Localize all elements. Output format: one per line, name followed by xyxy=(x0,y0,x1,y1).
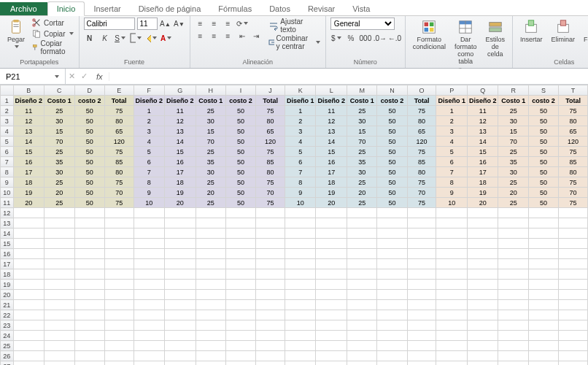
cell[interactable] xyxy=(498,218,528,228)
cell[interactable] xyxy=(528,259,558,269)
cell[interactable]: 85 xyxy=(559,157,588,167)
tab-review[interactable]: Revisar xyxy=(299,2,344,15)
cell[interactable] xyxy=(285,320,316,331)
cell[interactable]: 15 xyxy=(316,147,347,157)
cell[interactable] xyxy=(104,361,134,366)
cell[interactable] xyxy=(285,218,316,228)
cell[interactable]: Diseño 2 xyxy=(165,96,196,106)
cell[interactable]: 19 xyxy=(316,188,347,198)
row-header[interactable]: 1 xyxy=(1,96,14,106)
cell[interactable] xyxy=(45,208,74,218)
cell[interactable] xyxy=(316,208,347,218)
cell[interactable] xyxy=(498,320,528,331)
cell[interactable] xyxy=(225,361,255,366)
cell[interactable] xyxy=(316,259,347,269)
cell[interactable] xyxy=(316,249,347,259)
cell[interactable] xyxy=(134,310,165,320)
formula-input[interactable] xyxy=(109,69,588,84)
cell[interactable]: 25 xyxy=(498,177,528,188)
cell[interactable] xyxy=(316,300,347,310)
cell[interactable] xyxy=(13,208,45,218)
conditional-format-button[interactable]: Formato condicional xyxy=(410,18,449,53)
cell[interactable] xyxy=(104,320,134,331)
row-header[interactable]: 19 xyxy=(1,280,14,290)
cell[interactable] xyxy=(13,331,45,341)
select-all-cell[interactable] xyxy=(1,85,14,96)
cell[interactable]: 25 xyxy=(347,147,377,157)
cell[interactable]: 20 xyxy=(45,188,74,198)
cell[interactable] xyxy=(436,351,468,361)
cell[interactable] xyxy=(74,341,104,351)
cell[interactable] xyxy=(285,239,316,249)
col-header[interactable]: M xyxy=(347,85,377,96)
cell[interactable] xyxy=(377,361,407,366)
cell[interactable]: 9 xyxy=(134,188,165,198)
cell[interactable] xyxy=(165,351,196,361)
cell[interactable]: 25 xyxy=(347,106,377,116)
cell[interactable] xyxy=(13,249,45,259)
cell[interactable]: 70 xyxy=(498,137,528,147)
accept-formula-icon[interactable]: ✓ xyxy=(78,72,90,81)
cell[interactable]: Total xyxy=(407,96,436,106)
cell[interactable] xyxy=(377,320,407,331)
col-header[interactable]: I xyxy=(225,85,255,96)
cell[interactable]: 75 xyxy=(407,198,436,208)
cell[interactable]: Total xyxy=(256,96,285,106)
cell[interactable] xyxy=(316,269,347,280)
cell[interactable] xyxy=(377,341,407,351)
cell[interactable] xyxy=(74,300,104,310)
cell[interactable]: 65 xyxy=(559,126,588,137)
cell[interactable] xyxy=(407,280,436,290)
cell[interactable] xyxy=(74,269,104,280)
align-right-button[interactable]: ≡ xyxy=(223,30,234,42)
cell[interactable] xyxy=(256,351,285,361)
row-header[interactable]: 17 xyxy=(1,259,14,269)
cell[interactable] xyxy=(134,300,165,310)
name-box[interactable]: P21 xyxy=(0,69,66,84)
cell[interactable] xyxy=(347,280,377,290)
cell[interactable]: Diseño 1 xyxy=(436,96,468,106)
cell[interactable]: 50 xyxy=(225,167,255,177)
cell[interactable] xyxy=(377,280,407,290)
cell[interactable] xyxy=(104,310,134,320)
cell[interactable]: 35 xyxy=(45,157,74,167)
cell[interactable] xyxy=(347,208,377,218)
cell[interactable]: 50 xyxy=(528,167,558,177)
cell[interactable]: Diseño 2 xyxy=(316,96,347,106)
col-header[interactable]: L xyxy=(316,85,347,96)
cell[interactable]: 9 xyxy=(436,188,468,198)
cell[interactable] xyxy=(467,300,498,310)
cell[interactable]: 25 xyxy=(196,147,225,157)
cell[interactable]: 70 xyxy=(104,188,134,198)
cell[interactable] xyxy=(165,341,196,351)
cell[interactable] xyxy=(45,269,74,280)
copy-button[interactable]: Copiar xyxy=(31,28,74,39)
cell[interactable]: 30 xyxy=(347,167,377,177)
cell[interactable]: 30 xyxy=(196,167,225,177)
cell[interactable] xyxy=(74,280,104,290)
cell[interactable] xyxy=(559,361,588,366)
cell[interactable]: 19 xyxy=(165,188,196,198)
cell[interactable]: 1 xyxy=(134,106,165,116)
cell[interactable]: 50 xyxy=(528,188,558,198)
cell[interactable] xyxy=(256,320,285,331)
number-format-select[interactable]: General xyxy=(330,18,395,30)
cell[interactable] xyxy=(559,331,588,341)
row-header[interactable]: 8 xyxy=(1,167,14,177)
delete-cells-button[interactable]: Eliminar xyxy=(548,18,578,45)
cell[interactable] xyxy=(134,269,165,280)
cell[interactable]: 8 xyxy=(134,177,165,188)
cell[interactable]: 8 xyxy=(436,177,468,188)
cell[interactable] xyxy=(377,259,407,269)
cell[interactable]: 75 xyxy=(407,177,436,188)
cell[interactable] xyxy=(165,331,196,341)
cell[interactable] xyxy=(225,218,255,228)
cell[interactable]: 20 xyxy=(498,188,528,198)
cell[interactable]: 17 xyxy=(13,167,45,177)
row-header[interactable]: 21 xyxy=(1,300,14,310)
cell[interactable] xyxy=(407,341,436,351)
cell[interactable] xyxy=(436,249,468,259)
row-header[interactable]: 27 xyxy=(1,361,14,366)
cell[interactable] xyxy=(407,208,436,218)
cell[interactable]: 6 xyxy=(436,157,468,167)
